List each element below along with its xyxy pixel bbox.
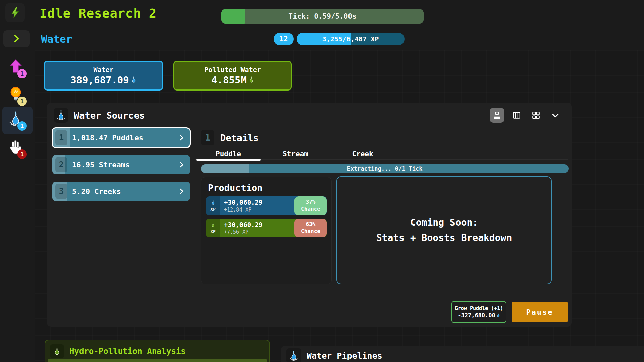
extracting-progress-bar: Extracting... 0/1 Tick — [201, 164, 569, 173]
tab-stream[interactable]: Stream — [262, 148, 329, 159]
production-row-polluted: XP +30,060.29 +7.56 XP 63% Chance — [206, 219, 327, 237]
hydro-pollution-progress-strip — [48, 359, 267, 362]
source-item-streams[interactable]: 2 16.95 Streams — [52, 155, 190, 174]
production-row-values: +30,060.29 +12.84 XP — [220, 196, 294, 215]
source-label: 16.95 Streams — [72, 161, 130, 169]
research-badge: 1 — [17, 97, 27, 106]
app-logo-button[interactable] — [5, 3, 25, 22]
grow-puddle-button[interactable]: Grow Puddle (+1) -327,680.00 — [451, 301, 506, 323]
water-sources-title: Water Sources — [74, 108, 145, 123]
sidebar-item-water[interactable]: 1 — [0, 107, 35, 133]
view-mode-buttons — [490, 108, 563, 123]
details-title: Details — [220, 130, 259, 145]
sidebar: 1 1 1 — [0, 50, 35, 362]
tick-progress-bar: Tick: 0.59/5.00s — [221, 9, 424, 24]
coming-soon-box: Coming Soon: Stats + Boosts Breakdown — [336, 176, 552, 284]
grow-cost-value: -327,680.00 — [458, 312, 495, 319]
water-resource-card[interactable]: Water 389,687.09 — [44, 61, 163, 90]
source-index: 3 — [55, 184, 67, 199]
page-title: Water — [41, 27, 72, 50]
details-index-chip: 1 — [201, 130, 214, 145]
tab-puddle[interactable]: Puddle — [195, 148, 262, 159]
water-pipelines-panel: Water Pipelines — [281, 346, 644, 362]
xp-progress-label: 3,255/6,487 XP — [297, 33, 405, 45]
coming-soon-line1: Coming Soon: — [410, 215, 478, 230]
production-row-icon-col: XP — [206, 196, 220, 215]
water-pipelines-title: Water Pipelines — [307, 351, 382, 361]
tab-creek[interactable]: Creek — [329, 148, 396, 159]
water-pipelines-header: Water Pipelines — [281, 346, 644, 362]
polluted-water-resource-card[interactable]: Polluted Water 4.855M — [173, 61, 292, 90]
sidebar-expand-button[interactable] — [3, 30, 30, 47]
chance-chip: 37% Chance — [294, 196, 327, 215]
details-tabs: Puddle Stream Creek — [195, 148, 568, 160]
hydro-pollution-title: Hydro-Pollution Analysis — [69, 347, 186, 356]
details-region: 1 Details Puddle Stream Creek Extracting… — [195, 123, 572, 327]
coming-soon-line2: Stats + Boosts Breakdown — [376, 230, 512, 246]
grid-view-icon — [532, 111, 540, 120]
chevron-right-icon — [178, 128, 185, 147]
pause-button[interactable]: Pause — [512, 302, 568, 322]
source-item-puddles[interactable]: 1 1,018.47 Puddles — [52, 128, 190, 147]
production-row-icon-col: XP — [206, 219, 220, 237]
sub-bar: Water 12 3,255/6,487 XP — [0, 27, 644, 50]
chance-word: Chance — [301, 228, 320, 235]
production-xp: +12.84 XP — [224, 207, 294, 213]
grow-button-label: Grow Puddle (+1) — [455, 305, 503, 311]
chance-word: Chance — [301, 206, 320, 213]
water-card-title: Water — [93, 66, 113, 74]
hydro-icon-chip — [50, 344, 64, 358]
sidebar-item-upgrades[interactable]: 1 — [0, 55, 35, 81]
column-view-icon — [512, 111, 521, 120]
chevron-down-icon — [551, 111, 560, 120]
polluted-drop-icon — [249, 76, 254, 84]
production-row-values: +30,060.29 +7.56 XP — [220, 219, 294, 237]
polluted-card-value: 4.855M — [211, 74, 254, 86]
water-sources-panel: Water Sources — [47, 103, 572, 327]
extracting-progress-label: Extracting... 0/1 Tick — [201, 164, 569, 173]
chevron-right-icon — [178, 182, 185, 201]
hydro-pollution-panel: Hydro-Pollution Analysis — [45, 340, 270, 362]
source-label: 5.20 Creeks — [72, 187, 121, 196]
tab-label: Creek — [352, 150, 373, 158]
chance-percent: 37% — [306, 199, 316, 206]
grow-button-cost: -327,680.00 — [458, 312, 500, 319]
chevron-right-icon — [178, 155, 185, 174]
level-badge: 12 — [274, 33, 294, 45]
production-title: Production — [201, 177, 331, 196]
chance-percent: 63% — [306, 221, 316, 228]
xp-progress-bar: 3,255/6,487 XP — [297, 33, 405, 45]
water-drop-icon — [211, 200, 215, 206]
source-index: 2 — [55, 157, 67, 172]
xp-tag: XP — [210, 207, 216, 212]
top-bar: Idle Research 2 Tick: 0.59/5.00s — [0, 0, 644, 27]
water-drop-icon — [131, 76, 137, 84]
collapse-panel-button[interactable] — [548, 108, 563, 123]
column-view-button[interactable] — [509, 108, 524, 123]
stack-view-button[interactable] — [490, 108, 504, 123]
water-drop-icon — [496, 313, 500, 318]
source-index: 1 — [55, 130, 67, 145]
manual-badge: 1 — [17, 149, 27, 159]
polluted-amount: 4.855M — [211, 74, 247, 86]
polluted-card-title: Polluted Water — [204, 66, 261, 74]
tab-label: Puddle — [216, 150, 241, 158]
tick-progress-label: Tick: 0.59/5.00s — [221, 9, 424, 24]
source-label: 1,018.47 Puddles — [72, 134, 143, 142]
source-item-creeks[interactable]: 3 5.20 Creeks — [52, 182, 190, 201]
upgrades-badge: 1 — [17, 69, 27, 78]
water-badge: 1 — [17, 121, 27, 131]
production-amount: +30,060.29 — [224, 221, 294, 228]
sidebar-item-manual[interactable]: 1 — [0, 135, 35, 162]
water-amount: 389,687.09 — [70, 74, 129, 86]
chevron-right-icon — [12, 34, 21, 43]
polluted-drop-icon — [53, 346, 61, 356]
water-card-value: 389,687.09 — [70, 74, 137, 86]
sidebar-item-research[interactable]: 1 — [0, 82, 35, 109]
water-sources-icon-chip — [54, 108, 68, 123]
tab-label: Stream — [283, 150, 308, 158]
water-drop-ripple-icon — [288, 350, 299, 361]
grid-view-button[interactable] — [529, 108, 543, 123]
production-row-water: XP +30,060.29 +12.84 XP 37% Chance — [206, 196, 327, 215]
production-card: Production XP +30,060.29 +12.84 — [201, 177, 332, 284]
